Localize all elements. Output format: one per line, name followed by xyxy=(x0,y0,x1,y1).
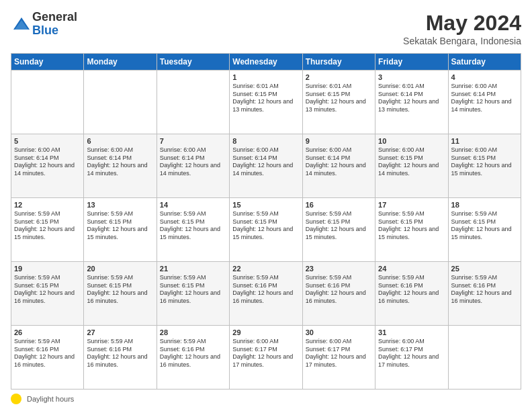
calendar-cell: 1 Sunrise: 6:01 AMSunset: 6:15 PMDayligh… xyxy=(230,71,302,134)
cell-info: Sunrise: 5:59 AMSunset: 6:15 PMDaylight:… xyxy=(14,274,81,306)
logo-icon xyxy=(12,15,31,34)
day-number: 11 xyxy=(451,137,518,145)
cell-info: Sunrise: 6:00 AMSunset: 6:17 PMDaylight:… xyxy=(378,338,445,369)
cell-info: Sunrise: 5:59 AMSunset: 6:16 PMDaylight:… xyxy=(378,274,445,306)
day-number: 13 xyxy=(87,201,153,209)
col-sunday: Sunday xyxy=(11,54,84,71)
cell-info: Sunrise: 6:01 AMSunset: 6:14 PMDaylight:… xyxy=(378,83,445,114)
cell-info: Sunrise: 5:59 AMSunset: 6:15 PMDaylight:… xyxy=(87,210,153,242)
day-number: 8 xyxy=(232,137,299,145)
cell-info: Sunrise: 5:59 AMSunset: 6:15 PMDaylight:… xyxy=(160,210,226,242)
calendar-cell: 4 Sunrise: 6:00 AMSunset: 6:14 PMDayligh… xyxy=(448,71,521,134)
cell-info: Sunrise: 6:00 AMSunset: 6:14 PMDaylight:… xyxy=(451,83,518,114)
cell-info: Sunrise: 6:00 AMSunset: 6:14 PMDaylight:… xyxy=(14,146,81,178)
cell-info: Sunrise: 5:59 AMSunset: 6:16 PMDaylight:… xyxy=(306,274,372,306)
calendar-cell: 27 Sunrise: 5:59 AMSunset: 6:16 PMDaylig… xyxy=(84,326,157,390)
calendar-cell: 8 Sunrise: 6:00 AMSunset: 6:14 PMDayligh… xyxy=(230,134,302,198)
calendar-body: 1 Sunrise: 6:01 AMSunset: 6:15 PMDayligh… xyxy=(11,71,521,390)
col-friday: Friday xyxy=(375,54,448,71)
day-number: 14 xyxy=(160,201,226,209)
calendar-cell: 3 Sunrise: 6:01 AMSunset: 6:14 PMDayligh… xyxy=(375,71,448,134)
calendar-cell: 18 Sunrise: 5:59 AMSunset: 6:15 PMDaylig… xyxy=(448,198,521,262)
day-number: 23 xyxy=(306,265,372,273)
calendar-header: Sunday Monday Tuesday Wednesday Thursday… xyxy=(11,54,521,71)
day-number: 30 xyxy=(306,328,372,336)
calendar-cell xyxy=(448,326,521,390)
logo-text: General Blue xyxy=(32,11,77,38)
calendar-cell: 15 Sunrise: 5:59 AMSunset: 6:15 PMDaylig… xyxy=(230,198,302,262)
cell-info: Sunrise: 5:59 AMSunset: 6:16 PMDaylight:… xyxy=(87,338,153,369)
month-year: May 2024 xyxy=(403,11,521,36)
col-saturday: Saturday xyxy=(448,54,521,71)
logo-general-text: General xyxy=(32,11,77,24)
cell-info: Sunrise: 6:00 AMSunset: 6:17 PMDaylight:… xyxy=(306,338,372,369)
cell-info: Sunrise: 6:01 AMSunset: 6:15 PMDaylight:… xyxy=(232,83,299,114)
calendar-cell: 21 Sunrise: 5:59 AMSunset: 6:15 PMDaylig… xyxy=(157,262,229,326)
col-tuesday: Tuesday xyxy=(157,54,229,71)
week-row-2: 12 Sunrise: 5:59 AMSunset: 6:15 PMDaylig… xyxy=(11,198,521,262)
calendar-cell: 2 Sunrise: 6:01 AMSunset: 6:15 PMDayligh… xyxy=(302,71,375,134)
day-number: 4 xyxy=(451,73,518,81)
day-number: 21 xyxy=(160,265,226,273)
daylight-icon xyxy=(11,394,21,404)
day-number: 25 xyxy=(451,265,518,273)
cell-info: Sunrise: 5:59 AMSunset: 6:16 PMDaylight:… xyxy=(232,274,299,306)
footer-text: Daylight hours xyxy=(27,395,74,403)
day-number: 18 xyxy=(451,201,518,209)
calendar-cell xyxy=(84,71,157,134)
cell-info: Sunrise: 5:59 AMSunset: 6:15 PMDaylight:… xyxy=(378,210,445,242)
calendar-cell xyxy=(11,71,84,134)
calendar-cell: 30 Sunrise: 6:00 AMSunset: 6:17 PMDaylig… xyxy=(302,326,375,390)
calendar-cell: 24 Sunrise: 5:59 AMSunset: 6:16 PMDaylig… xyxy=(375,262,448,326)
footer: Daylight hours xyxy=(11,394,521,404)
calendar-cell: 23 Sunrise: 5:59 AMSunset: 6:16 PMDaylig… xyxy=(302,262,375,326)
day-number: 26 xyxy=(14,328,81,336)
calendar-cell: 25 Sunrise: 5:59 AMSunset: 6:16 PMDaylig… xyxy=(448,262,521,326)
day-number: 31 xyxy=(378,328,445,336)
cell-info: Sunrise: 5:59 AMSunset: 6:15 PMDaylight:… xyxy=(87,274,153,306)
col-monday: Monday xyxy=(84,54,157,71)
calendar-cell: 5 Sunrise: 6:00 AMSunset: 6:14 PMDayligh… xyxy=(11,134,84,198)
calendar-cell: 26 Sunrise: 5:59 AMSunset: 6:16 PMDaylig… xyxy=(11,326,84,390)
calendar-cell: 22 Sunrise: 5:59 AMSunset: 6:16 PMDaylig… xyxy=(230,262,302,326)
day-number: 3 xyxy=(378,73,445,81)
cell-info: Sunrise: 6:00 AMSunset: 6:14 PMDaylight:… xyxy=(232,146,299,178)
calendar-cell: 12 Sunrise: 5:59 AMSunset: 6:15 PMDaylig… xyxy=(11,198,84,262)
calendar-cell: 13 Sunrise: 5:59 AMSunset: 6:15 PMDaylig… xyxy=(84,198,157,262)
cell-info: Sunrise: 5:59 AMSunset: 6:15 PMDaylight:… xyxy=(232,210,299,242)
title-area: May 2024 Sekatak Bengara, Indonesia xyxy=(403,11,521,46)
cell-info: Sunrise: 6:00 AMSunset: 6:14 PMDaylight:… xyxy=(160,146,226,178)
calendar: Sunday Monday Tuesday Wednesday Thursday… xyxy=(11,53,521,390)
calendar-cell: 19 Sunrise: 5:59 AMSunset: 6:15 PMDaylig… xyxy=(11,262,84,326)
day-number: 1 xyxy=(232,73,299,81)
cell-info: Sunrise: 6:00 AMSunset: 6:14 PMDaylight:… xyxy=(87,146,153,178)
day-number: 24 xyxy=(378,265,445,273)
day-number: 10 xyxy=(378,137,445,145)
calendar-cell: 10 Sunrise: 6:00 AMSunset: 6:15 PMDaylig… xyxy=(375,134,448,198)
calendar-cell: 16 Sunrise: 5:59 AMSunset: 6:15 PMDaylig… xyxy=(302,198,375,262)
day-number: 7 xyxy=(160,137,226,145)
page: General Blue May 2024 Sekatak Bengara, I… xyxy=(0,0,532,411)
calendar-cell: 7 Sunrise: 6:00 AMSunset: 6:14 PMDayligh… xyxy=(157,134,229,198)
day-number: 2 xyxy=(306,73,372,81)
day-number: 17 xyxy=(378,201,445,209)
location: Sekatak Bengara, Indonesia xyxy=(403,36,521,46)
week-row-0: 1 Sunrise: 6:01 AMSunset: 6:15 PMDayligh… xyxy=(11,71,521,134)
day-number: 12 xyxy=(14,201,81,209)
cell-info: Sunrise: 5:59 AMSunset: 6:15 PMDaylight:… xyxy=(451,210,518,242)
day-number: 29 xyxy=(232,328,299,336)
calendar-cell: 20 Sunrise: 5:59 AMSunset: 6:15 PMDaylig… xyxy=(84,262,157,326)
col-wednesday: Wednesday xyxy=(230,54,302,71)
day-number: 27 xyxy=(87,328,153,336)
logo: General Blue xyxy=(11,11,77,38)
day-number: 16 xyxy=(306,201,372,209)
day-number: 19 xyxy=(14,265,81,273)
cell-info: Sunrise: 5:59 AMSunset: 6:15 PMDaylight:… xyxy=(306,210,372,242)
calendar-cell: 29 Sunrise: 6:00 AMSunset: 6:17 PMDaylig… xyxy=(230,326,302,390)
day-number: 28 xyxy=(160,328,226,336)
calendar-cell: 11 Sunrise: 6:00 AMSunset: 6:15 PMDaylig… xyxy=(448,134,521,198)
week-row-3: 19 Sunrise: 5:59 AMSunset: 6:15 PMDaylig… xyxy=(11,262,521,326)
calendar-cell: 31 Sunrise: 6:00 AMSunset: 6:17 PMDaylig… xyxy=(375,326,448,390)
cell-info: Sunrise: 5:59 AMSunset: 6:16 PMDaylight:… xyxy=(451,274,518,306)
day-number: 15 xyxy=(232,201,299,209)
